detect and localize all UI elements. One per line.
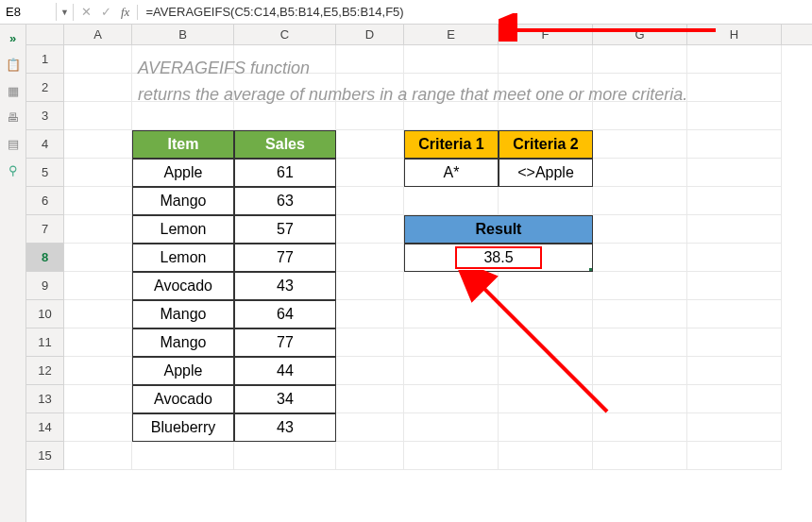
cell[interactable]	[336, 187, 404, 215]
cell[interactable]	[593, 244, 687, 272]
fill-handle[interactable]	[589, 268, 593, 272]
cell[interactable]: Mango	[132, 300, 234, 328]
cell[interactable]	[336, 413, 404, 442]
cell[interactable]	[499, 74, 593, 102]
cell[interactable]	[64, 413, 132, 442]
row-header[interactable]: 9	[26, 272, 64, 300]
row-header[interactable]: 14	[26, 413, 64, 442]
cell[interactable]	[234, 102, 336, 130]
table-icon[interactable]: ▤	[6, 136, 21, 151]
cell[interactable]	[404, 74, 499, 102]
cell[interactable]	[336, 272, 404, 300]
cell[interactable]: <>Apple	[499, 159, 593, 187]
cell[interactable]	[404, 187, 499, 215]
cell[interactable]	[687, 159, 782, 187]
row-header[interactable]: 11	[26, 328, 64, 357]
cell[interactable]	[64, 74, 132, 102]
cell[interactable]	[336, 357, 404, 385]
cell[interactable]	[593, 300, 687, 328]
cell[interactable]	[234, 442, 336, 470]
row-header[interactable]: 1	[26, 45, 64, 74]
cell[interactable]	[336, 74, 404, 102]
cell[interactable]	[404, 442, 499, 470]
cell[interactable]: A*	[404, 159, 499, 187]
cell[interactable]	[64, 244, 132, 272]
cell[interactable]: Lemon	[132, 244, 234, 272]
cell[interactable]: Criteria 1	[404, 130, 499, 159]
col-header[interactable]: B	[132, 25, 234, 44]
cell[interactable]	[687, 272, 782, 300]
cell[interactable]	[404, 413, 499, 442]
cell[interactable]	[593, 187, 687, 215]
cell[interactable]	[64, 300, 132, 328]
cell[interactable]	[64, 215, 132, 244]
cell[interactable]	[593, 442, 687, 470]
cell[interactable]	[499, 385, 593, 413]
formula-input[interactable]: =AVERAGEIFS(C5:C14,B5:B14,E5,B5:B14,F5)	[138, 3, 812, 21]
col-header[interactable]: D	[336, 25, 404, 44]
cell[interactable]	[593, 272, 687, 300]
cell[interactable]: Apple	[132, 357, 234, 385]
cell[interactable]	[336, 328, 404, 357]
cell[interactable]: Avocado	[132, 272, 234, 300]
cell[interactable]	[593, 413, 687, 442]
clipboard-icon[interactable]: 📋	[6, 57, 21, 72]
cell[interactable]: 34	[234, 385, 336, 413]
cell[interactable]: Mango	[132, 187, 234, 215]
cell[interactable]	[687, 442, 782, 470]
cancel-icon[interactable]: ✕	[81, 5, 92, 19]
cell[interactable]: 43	[234, 272, 336, 300]
row-header[interactable]: 5	[26, 159, 64, 187]
cell[interactable]	[404, 357, 499, 385]
cell[interactable]	[64, 328, 132, 357]
cell[interactable]	[687, 215, 782, 244]
result-header[interactable]: Result	[404, 215, 593, 244]
cell[interactable]	[687, 413, 782, 442]
cell[interactable]	[687, 300, 782, 328]
cell[interactable]	[499, 45, 593, 74]
cell[interactable]	[132, 74, 234, 102]
cell[interactable]: Sales	[234, 130, 336, 159]
cell[interactable]	[64, 102, 132, 130]
cell[interactable]	[336, 130, 404, 159]
cell[interactable]	[234, 74, 336, 102]
row-header[interactable]: 8	[26, 244, 64, 272]
cell[interactable]	[404, 300, 499, 328]
col-header[interactable]: G	[593, 25, 687, 44]
expand-icon[interactable]: »	[6, 30, 21, 45]
cell[interactable]	[64, 159, 132, 187]
cell[interactable]	[499, 300, 593, 328]
cell[interactable]	[687, 45, 782, 74]
cell[interactable]	[687, 102, 782, 130]
cell[interactable]	[64, 45, 132, 74]
cell[interactable]	[64, 357, 132, 385]
row-header[interactable]: 6	[26, 187, 64, 215]
cell[interactable]	[593, 45, 687, 74]
row-header[interactable]: 4	[26, 130, 64, 159]
cell[interactable]	[234, 45, 336, 74]
fx-icon[interactable]: fx	[121, 5, 129, 20]
spreadsheet-grid[interactable]: A B C D E F G H AVERAGEIFS function retu…	[26, 25, 812, 522]
row-header[interactable]: 10	[26, 300, 64, 328]
cell[interactable]: 57	[234, 215, 336, 244]
cell[interactable]	[336, 215, 404, 244]
cell[interactable]	[336, 244, 404, 272]
cell[interactable]	[404, 272, 499, 300]
col-header[interactable]: H	[687, 25, 782, 44]
cell[interactable]: 44	[234, 357, 336, 385]
cell[interactable]	[593, 130, 687, 159]
cell[interactable]	[499, 187, 593, 215]
cell[interactable]	[64, 272, 132, 300]
cell[interactable]	[687, 328, 782, 357]
cell[interactable]: 64	[234, 300, 336, 328]
cell[interactable]	[336, 159, 404, 187]
cell[interactable]	[404, 328, 499, 357]
cell[interactable]	[336, 45, 404, 74]
col-header[interactable]: F	[499, 25, 593, 44]
cell[interactable]: 61	[234, 159, 336, 187]
enter-icon[interactable]: ✓	[101, 5, 111, 19]
cell[interactable]	[687, 357, 782, 385]
cell[interactable]: Lemon	[132, 215, 234, 244]
row-header[interactable]: 12	[26, 357, 64, 385]
row-header[interactable]: 15	[26, 442, 64, 470]
